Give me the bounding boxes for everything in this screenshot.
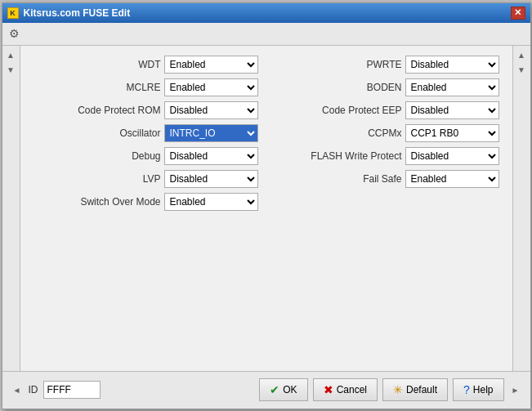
default-label: Default xyxy=(406,384,437,395)
field-row-flash-write-protect: FLASH Write Protect Enabled Disabled xyxy=(275,147,499,165)
label-ccpmx: CCPMx xyxy=(337,127,402,139)
select-lvp[interactable]: Enabled Disabled xyxy=(164,170,258,188)
footer: ◄ ID ✔ OK ✖ Cancel ✳ Default ? Help ► xyxy=(2,371,530,409)
select-pwrte[interactable]: Enabled Disabled xyxy=(405,56,499,74)
select-fail-safe[interactable]: Enabled Disabled xyxy=(405,170,499,188)
footer-right-arrow-icon: ► xyxy=(509,383,522,396)
select-debug[interactable]: Enabled Disabled xyxy=(164,147,258,165)
fields-container: WDT Enabled Disabled MCLRE Enabled Disab… xyxy=(34,56,499,361)
label-code-protect-rom: Code Protect ROM xyxy=(78,105,160,116)
right-side-panel: ▲ ▼ xyxy=(512,46,530,371)
ok-label: OK xyxy=(283,384,297,395)
field-row-fail-safe: Fail Safe Enabled Disabled xyxy=(275,170,499,188)
label-switch-over-mode: Switch Over Mode xyxy=(80,196,160,208)
close-button[interactable]: ✕ xyxy=(511,7,525,20)
right-up-arrow-icon[interactable]: ▲ xyxy=(515,49,528,62)
field-row-code-protect-eep: Code Protect EEP Enabled Disabled xyxy=(275,101,499,119)
field-row-lvp: LVP Enabled Disabled xyxy=(34,170,258,188)
label-boden: BODEN xyxy=(337,82,402,93)
app-icon: K xyxy=(7,7,19,19)
footer-right: ✔ OK ✖ Cancel ✳ Default ? Help ► xyxy=(259,378,521,401)
default-button[interactable]: ✳ Default xyxy=(382,378,448,401)
title-bar-left: K Kitsrus.com FUSE Edit xyxy=(7,7,131,19)
field-row-wdt: WDT Enabled Disabled xyxy=(34,56,258,74)
select-code-protect-eep[interactable]: Enabled Disabled xyxy=(405,101,499,119)
default-icon: ✳ xyxy=(393,383,403,396)
ok-button[interactable]: ✔ OK xyxy=(259,378,307,401)
help-label: Help xyxy=(473,384,494,395)
field-row-pwrte: PWRTE Enabled Disabled xyxy=(275,56,499,74)
title-bar: K Kitsrus.com FUSE Edit ✕ xyxy=(2,3,530,23)
label-lvp: LVP xyxy=(96,173,161,185)
ok-icon: ✔ xyxy=(270,383,279,396)
label-oscillator: Oscillator xyxy=(96,127,161,139)
id-input[interactable] xyxy=(43,381,101,399)
label-pwrte: PWRTE xyxy=(337,59,402,70)
help-button[interactable]: ? Help xyxy=(453,378,503,401)
label-fail-safe: Fail Safe xyxy=(337,173,402,185)
select-switch-over-mode[interactable]: Enabled Disabled xyxy=(164,193,258,211)
select-boden[interactable]: Enabled Disabled xyxy=(405,78,499,96)
label-code-protect-eep: Code Protect EEP xyxy=(322,105,401,116)
cancel-button[interactable]: ✖ Cancel xyxy=(313,378,378,401)
field-row-switch-over-mode: Switch Over Mode Enabled Disabled xyxy=(34,193,258,211)
main-fields: WDT Enabled Disabled MCLRE Enabled Disab… xyxy=(20,46,512,371)
content-area: ▲ ▼ WDT Enabled Disabled xyxy=(2,46,530,371)
label-flash-write-protect: FLASH Write Protect xyxy=(311,150,401,162)
select-oscillator[interactable]: INTRC_IO EXTRC HS XT LP xyxy=(164,124,258,142)
select-code-protect-rom[interactable]: Enabled Disabled xyxy=(164,101,258,119)
id-label: ID xyxy=(29,384,38,395)
field-row-oscillator: Oscillator INTRC_IO EXTRC HS XT LP xyxy=(34,124,258,142)
select-wdt[interactable]: Enabled Disabled xyxy=(164,56,258,74)
down-arrow-icon[interactable]: ▼ xyxy=(4,64,17,77)
field-row-debug: Debug Enabled Disabled xyxy=(34,147,258,165)
left-fields: WDT Enabled Disabled MCLRE Enabled Disab… xyxy=(34,56,258,361)
footer-left-arrow-icon: ◄ xyxy=(11,383,24,396)
cancel-label: Cancel xyxy=(337,384,367,395)
help-icon: ? xyxy=(463,383,470,396)
select-flash-write-protect[interactable]: Enabled Disabled xyxy=(405,147,499,165)
toolbar-icon: ⚙ xyxy=(6,25,24,42)
field-row-boden: BODEN Enabled Disabled xyxy=(275,78,499,96)
toolbar: ⚙ xyxy=(2,23,530,46)
select-mclre[interactable]: Enabled Disabled xyxy=(164,78,258,96)
window-title: Kitsrus.com FUSE Edit xyxy=(24,7,131,19)
right-down-arrow-icon[interactable]: ▼ xyxy=(515,64,528,77)
label-mclre: MCLRE xyxy=(96,82,161,93)
footer-left: ◄ ID xyxy=(11,381,101,399)
main-window: K Kitsrus.com FUSE Edit ✕ ⚙ ▲ ▼ WDT E xyxy=(2,2,531,409)
label-debug: Debug xyxy=(96,150,161,162)
field-row-mclre: MCLRE Enabled Disabled xyxy=(34,78,258,96)
left-side-panel: ▲ ▼ xyxy=(2,46,20,371)
select-ccpmx[interactable]: CCP1 RB0 CCP1 RB3 xyxy=(405,124,499,142)
cancel-icon: ✖ xyxy=(324,383,333,396)
up-arrow-icon[interactable]: ▲ xyxy=(4,49,17,62)
right-fields: PWRTE Enabled Disabled BODEN Enabled Dis… xyxy=(275,56,499,361)
field-row-ccpmx: CCPMx CCP1 RB0 CCP1 RB3 xyxy=(275,124,499,142)
field-row-code-protect-rom: Code Protect ROM Enabled Disabled xyxy=(34,101,258,119)
label-wdt: WDT xyxy=(96,59,161,70)
